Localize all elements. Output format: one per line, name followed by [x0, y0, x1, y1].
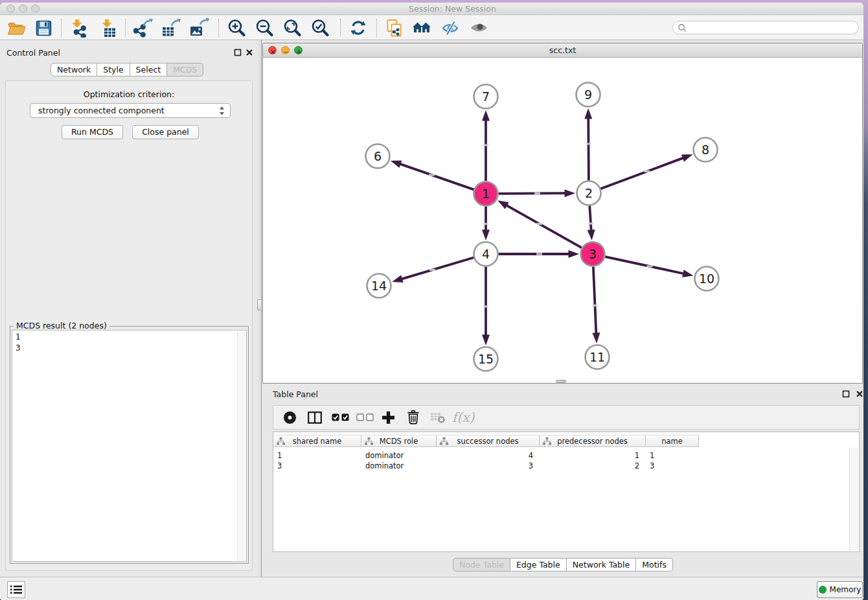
- mcds-result-title: MCDS result (2 nodes): [14, 321, 109, 330]
- cell-predecessor-nodes[interactable]: 2: [540, 461, 646, 471]
- close-panel-button[interactable]: Close panel: [132, 125, 199, 139]
- svg-text:1: 1: [482, 187, 490, 201]
- control-panel-tabs: NetworkStyleSelectMCDS: [51, 63, 203, 76]
- memory-button[interactable]: Memory: [817, 581, 863, 598]
- table-close-icon[interactable]: [856, 390, 863, 398]
- cell-MCDS-role[interactable]: dominator: [361, 450, 437, 461]
- table-panel-title: Table Panel: [273, 389, 318, 399]
- close-panel-icon[interactable]: [246, 49, 253, 56]
- splitter-grip[interactable]: [257, 299, 262, 310]
- svg-text:15: 15: [478, 352, 494, 366]
- column-browser-icon[interactable]: [308, 407, 322, 428]
- network-view-window: scc.txt 1234678910111415: [262, 43, 863, 384]
- network-window-title: scc.txt: [263, 45, 862, 55]
- add-column-icon[interactable]: [382, 407, 395, 428]
- task-history-button[interactable]: [7, 581, 25, 598]
- import-network-icon[interactable]: [68, 17, 89, 38]
- cell-name[interactable]: 1: [646, 450, 699, 461]
- cell-MCDS-role[interactable]: dominator: [361, 461, 437, 471]
- table-row[interactable]: 3dominator323: [273, 461, 859, 471]
- select-all-columns-icon[interactable]: [332, 407, 349, 428]
- table-toolbar: f(x): [273, 405, 860, 430]
- tab-network-table[interactable]: Network Table: [567, 558, 637, 571]
- home-view-icon[interactable]: [411, 17, 432, 38]
- main-toolbar: [0, 16, 863, 40]
- control-panel-title: Control Panel: [6, 48, 60, 58]
- list-icon: [10, 584, 23, 595]
- unselect-all-columns-icon[interactable]: [356, 407, 374, 428]
- hide-panel-icon[interactable]: [440, 17, 461, 38]
- canvas-resize-grip[interactable]: [556, 380, 566, 383]
- table-row[interactable]: 1dominator411: [273, 450, 859, 461]
- network-graph: 1234678910111415: [263, 58, 862, 383]
- delete-column-icon[interactable]: [407, 407, 420, 428]
- svg-text:3: 3: [589, 247, 597, 261]
- result-scrollbar[interactable]: [237, 331, 246, 560]
- app-window: Session: New Session Control Panel Netwo…: [0, 3, 863, 600]
- toolbar-separator: [61, 19, 62, 37]
- run-mcds-button[interactable]: Run MCDS: [62, 125, 123, 139]
- node-table[interactable]: shared nameMCDS rolesuccessor nodesprede…: [273, 432, 860, 552]
- tab-mcds[interactable]: MCDS: [167, 63, 203, 76]
- cell-successor-nodes[interactable]: 4: [437, 450, 540, 461]
- control-panel: Control Panel NetworkStyleSelectMCDS Opt…: [0, 40, 258, 577]
- tab-edge-table[interactable]: Edge Table: [510, 558, 567, 571]
- export-network-icon[interactable]: [133, 17, 154, 38]
- tab-network[interactable]: Network: [51, 63, 97, 76]
- svg-text:10: 10: [699, 271, 714, 286]
- export-table-icon[interactable]: [161, 17, 181, 38]
- export-image-icon[interactable]: [188, 17, 209, 38]
- network-canvas[interactable]: 1234678910111415: [263, 58, 862, 383]
- table-settings-icon[interactable]: [283, 407, 297, 428]
- optimization-criterion-label: Optimization criterion:: [6, 89, 252, 99]
- zoom-selected-icon[interactable]: [310, 17, 330, 38]
- mcds-panel: Optimization criterion: strongly connect…: [5, 80, 253, 571]
- open-session-icon[interactable]: [6, 17, 27, 38]
- tab-motifs[interactable]: Motifs: [636, 558, 673, 571]
- search-icon: [678, 23, 687, 32]
- svg-text:8: 8: [702, 143, 709, 157]
- network-window-titlebar[interactable]: scc.txt: [263, 43, 862, 58]
- toolbar-separator: [125, 19, 126, 37]
- tab-node-table[interactable]: Node Table: [453, 558, 510, 571]
- workspace: scc.txt 1234678910111415 Table Panel f(x…: [262, 40, 863, 577]
- svg-text:6: 6: [374, 149, 382, 163]
- search-input[interactable]: [672, 21, 859, 34]
- svg-text:11: 11: [589, 350, 605, 364]
- column-header-successor-nodes[interactable]: successor nodes: [437, 435, 540, 447]
- mcds-result-group: MCDS result (2 nodes) 1 3: [10, 326, 249, 564]
- cell-shared-name[interactable]: 1: [273, 450, 361, 461]
- function-builder-icon: f(x): [452, 407, 474, 428]
- import-table-icon[interactable]: [98, 17, 119, 38]
- column-header-MCDS-role[interactable]: MCDS role: [361, 435, 437, 447]
- refresh-layout-icon[interactable]: [348, 17, 369, 38]
- column-header-name[interactable]: name: [646, 435, 699, 447]
- status-bar: Memory: [0, 577, 863, 600]
- toolbar-separator: [218, 19, 219, 37]
- toolbar-separator: [340, 19, 341, 37]
- cell-shared-name[interactable]: 3: [273, 461, 361, 471]
- title-bar[interactable]: Session: New Session: [0, 3, 863, 15]
- table-header-row: shared nameMCDS rolesuccessor nodesprede…: [273, 435, 699, 447]
- clone-network-icon[interactable]: [383, 17, 404, 38]
- tab-style[interactable]: Style: [97, 63, 130, 76]
- cell-name[interactable]: 3: [646, 461, 699, 471]
- zoom-out-icon[interactable]: [254, 17, 275, 38]
- cell-successor-nodes[interactable]: 3: [437, 461, 540, 471]
- cell-predecessor-nodes[interactable]: 1: [540, 450, 646, 461]
- zoom-in-icon[interactable]: [226, 17, 247, 38]
- table-float-icon[interactable]: [842, 390, 850, 398]
- float-panel-icon[interactable]: [234, 49, 242, 56]
- table-panel: Table Panel f(x) shared nameMCDS rolesuc…: [262, 386, 863, 577]
- save-session-icon[interactable]: [33, 17, 54, 38]
- tab-select[interactable]: Select: [130, 63, 168, 76]
- zoom-fit-icon[interactable]: [282, 17, 303, 38]
- column-header-shared-name[interactable]: shared name: [273, 435, 361, 447]
- window-title: Session: New Session: [0, 4, 863, 14]
- select-stepper-icon: [219, 106, 225, 116]
- show-panel-icon[interactable]: [468, 17, 489, 38]
- delete-table-icon: [430, 407, 446, 428]
- optimization-criterion-select[interactable]: strongly connected component: [30, 103, 231, 118]
- column-header-predecessor-nodes[interactable]: predecessor nodes: [540, 435, 646, 447]
- mcds-result-text[interactable]: 1 3: [12, 330, 247, 562]
